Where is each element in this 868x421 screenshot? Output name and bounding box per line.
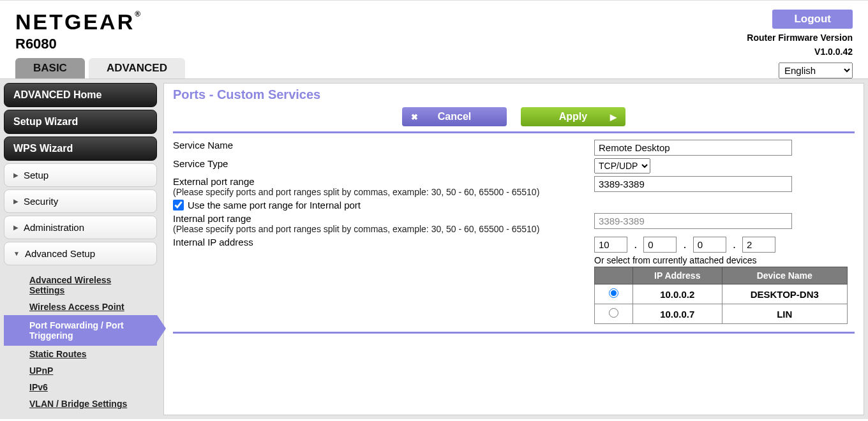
external-port-range-input[interactable] bbox=[594, 176, 792, 192]
sidebar-setup-wizard[interactable]: Setup Wizard bbox=[4, 110, 157, 134]
sidebar-administration[interactable]: ▶ Administration bbox=[4, 216, 157, 239]
submenu-advanced-wireless[interactable]: Advanced Wireless Settings bbox=[4, 272, 157, 299]
device-row: 10.0.0.7 LIN bbox=[595, 304, 848, 324]
label-internal-ip: Internal IP address bbox=[173, 237, 594, 247]
label-external-port-range: External port range bbox=[173, 176, 594, 187]
service-name-input[interactable] bbox=[594, 140, 792, 156]
ip-octet-3[interactable] bbox=[693, 237, 726, 253]
ip-octet-4[interactable] bbox=[742, 237, 775, 253]
collapsed-icon: ▶ bbox=[13, 172, 19, 179]
hint-external: (Please specify ports and port ranges sp… bbox=[173, 187, 594, 197]
same-port-checkbox[interactable] bbox=[173, 200, 184, 211]
page-title: Ports - Custom Services bbox=[173, 87, 855, 102]
ip-octet-1[interactable] bbox=[594, 237, 627, 253]
brand-logo: NETGEAR® bbox=[15, 10, 142, 34]
device-name: LIN bbox=[722, 304, 848, 324]
language-select[interactable]: English bbox=[779, 63, 853, 78]
ip-octet-2[interactable] bbox=[643, 237, 677, 253]
submenu-port-forwarding[interactable]: Port Forwarding / Port Triggering bbox=[4, 315, 157, 346]
col-select bbox=[595, 267, 633, 284]
dot-icon: . bbox=[729, 238, 740, 251]
sidebar-wps-wizard[interactable]: WPS Wizard bbox=[4, 137, 157, 161]
logout-button[interactable]: Logout bbox=[772, 10, 853, 29]
sidebar-security[interactable]: ▶ Security bbox=[4, 189, 157, 213]
hint-internal: (Please specify ports and port ranges sp… bbox=[173, 224, 594, 234]
submenu-upnp[interactable]: UPnP bbox=[4, 362, 157, 379]
device-caption: Or select from currently attached device… bbox=[594, 255, 848, 265]
firmware-version: V1.0.0.42 bbox=[747, 47, 853, 57]
device-radio-0[interactable] bbox=[609, 288, 618, 298]
collapsed-icon: ▶ bbox=[13, 198, 19, 205]
label-same-port: Use the same port range for Internal por… bbox=[188, 200, 361, 211]
tab-basic[interactable]: BASIC bbox=[15, 58, 85, 78]
dot-icon: . bbox=[680, 238, 691, 251]
sidebar-advanced-setup[interactable]: ▼ Advanced Setup bbox=[4, 242, 157, 265]
submenu-ipv6[interactable]: IPv6 bbox=[4, 379, 157, 395]
model-label: R6080 bbox=[15, 36, 142, 52]
label-service-type: Service Type bbox=[173, 158, 594, 169]
device-row: 10.0.0.2 DESKTOP-DN3 bbox=[595, 284, 848, 304]
divider bbox=[173, 131, 855, 133]
submenu-vlan-bridge[interactable]: VLAN / Bridge Settings bbox=[4, 395, 157, 412]
submenu-wireless-access-point[interactable]: Wireless Access Point bbox=[4, 299, 157, 315]
internal-port-range-input[interactable] bbox=[594, 213, 792, 229]
device-ip: 10.0.0.2 bbox=[633, 284, 722, 304]
label-internal-port-range: Internal port range bbox=[173, 213, 594, 224]
device-table: IP Address Device Name 10.0.0.2 DESKTOP-… bbox=[594, 267, 848, 324]
tab-advanced[interactable]: ADVANCED bbox=[89, 58, 185, 78]
play-icon: ▶ bbox=[610, 112, 617, 122]
expanded-icon: ▼ bbox=[13, 250, 20, 257]
device-name: DESKTOP-DN3 bbox=[722, 284, 848, 304]
device-radio-1[interactable] bbox=[609, 308, 618, 318]
firmware-label: Router Firmware Version bbox=[747, 33, 853, 43]
device-ip: 10.0.0.7 bbox=[633, 304, 722, 324]
divider bbox=[173, 332, 855, 334]
cancel-button[interactable]: ✖ Cancel bbox=[402, 107, 507, 126]
col-name: Device Name bbox=[722, 267, 848, 284]
dot-icon: . bbox=[630, 238, 641, 251]
col-ip: IP Address bbox=[633, 267, 722, 284]
close-icon: ✖ bbox=[411, 112, 418, 122]
apply-button[interactable]: Apply ▶ bbox=[521, 107, 625, 126]
service-type-select[interactable]: TCP/UDP bbox=[594, 158, 650, 174]
label-service-name: Service Name bbox=[173, 140, 594, 151]
sidebar-advanced-home[interactable]: ADVANCED Home bbox=[4, 83, 157, 107]
submenu-static-routes[interactable]: Static Routes bbox=[4, 346, 157, 362]
collapsed-icon: ▶ bbox=[13, 224, 19, 231]
sidebar-setup[interactable]: ▶ Setup bbox=[4, 163, 157, 187]
